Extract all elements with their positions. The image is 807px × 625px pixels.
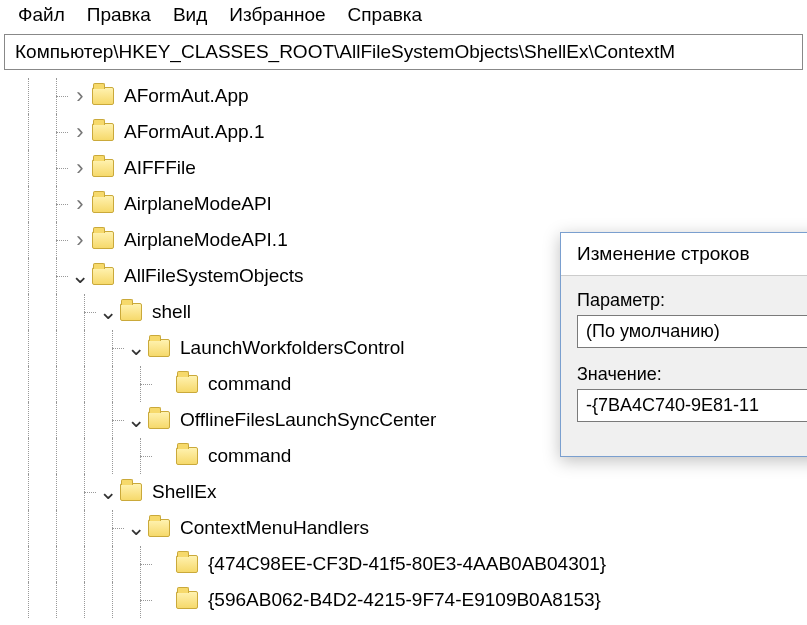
tree-label: AFormAut.App (124, 78, 249, 114)
folder-icon (176, 375, 198, 393)
folder-icon (176, 555, 198, 573)
tree-row[interactable]: ›AIFFFile (14, 150, 807, 186)
tree-label: ContextMenuHandlers (180, 510, 369, 546)
tree-row[interactable]: ›AirplaneModeAPI (14, 186, 807, 222)
tree-row[interactable]: ›AFormAut.App.1 (14, 114, 807, 150)
chevron-down-icon[interactable]: ⌄ (70, 271, 90, 281)
chevron-down-icon[interactable]: ⌄ (98, 487, 118, 497)
tree-label: LaunchWorkfoldersControl (180, 330, 405, 366)
folder-icon (92, 159, 114, 177)
chevron-right-icon[interactable]: › (70, 114, 90, 150)
menu-file[interactable]: Файл (18, 4, 65, 26)
tree-label: ShellEx (152, 474, 216, 510)
tree-label: shell (152, 294, 191, 330)
chevron-down-icon[interactable]: ⌄ (126, 415, 146, 425)
expander-blank: · (154, 366, 174, 402)
address-bar[interactable]: Компьютер\HKEY_CLASSES_ROOT\AllFileSyste… (4, 34, 803, 70)
tree-row[interactable]: ·{474C98EE-CF3D-41f5-80E3-4AAB0AB04301} (14, 546, 807, 582)
chevron-right-icon[interactable]: › (70, 150, 90, 186)
chevron-right-icon[interactable]: › (70, 78, 90, 114)
expander-blank: · (154, 582, 174, 618)
folder-icon (92, 231, 114, 249)
menu-favorites[interactable]: Избранное (229, 4, 325, 26)
expander-blank: · (154, 438, 174, 474)
tree-label: OfflineFilesLaunchSyncCenter (180, 402, 436, 438)
chevron-down-icon[interactable]: ⌄ (126, 343, 146, 353)
param-label: Параметр: (577, 290, 807, 311)
value-label: Значение: (577, 364, 807, 385)
menu-view[interactable]: Вид (173, 4, 207, 26)
folder-icon (148, 519, 170, 537)
folder-icon (92, 123, 114, 141)
menu-edit[interactable]: Правка (87, 4, 151, 26)
chevron-down-icon[interactable]: ⌄ (126, 523, 146, 533)
chevron-down-icon[interactable]: ⌄ (98, 307, 118, 317)
menu-bar: Файл Правка Вид Избранное Справка (0, 0, 807, 32)
param-input[interactable] (577, 315, 807, 348)
tree-label: AllFileSystemObjects (124, 258, 304, 294)
dialog-title: Изменение строков (561, 233, 807, 276)
tree-label: AIFFFile (124, 150, 196, 186)
chevron-right-icon[interactable]: › (70, 186, 90, 222)
folder-icon (176, 447, 198, 465)
folder-icon (92, 267, 114, 285)
expander-blank: · (154, 546, 174, 582)
chevron-right-icon[interactable]: › (70, 222, 90, 258)
value-input[interactable] (577, 389, 807, 422)
tree-row[interactable]: ·{596AB062-B4D2-4215-9F74-E9109B0A8153} (14, 582, 807, 618)
folder-icon (120, 483, 142, 501)
tree-label: command (208, 366, 291, 402)
tree-row[interactable]: ⌄ShellEx (14, 474, 807, 510)
folder-icon (92, 195, 114, 213)
tree-label: command (208, 438, 291, 474)
folder-icon (92, 87, 114, 105)
menu-help[interactable]: Справка (348, 4, 423, 26)
edit-string-dialog: Изменение строков Параметр: Значение: (560, 232, 807, 457)
tree-row[interactable]: ›AFormAut.App (14, 78, 807, 114)
tree-label: AirplaneModeAPI (124, 186, 272, 222)
tree-label: {596AB062-B4D2-4215-9F74-E9109B0A8153} (208, 582, 601, 618)
folder-icon (148, 411, 170, 429)
tree-row[interactable]: ⌄ContextMenuHandlers (14, 510, 807, 546)
folder-icon (148, 339, 170, 357)
tree-label: AirplaneModeAPI.1 (124, 222, 288, 258)
tree-label: AFormAut.App.1 (124, 114, 264, 150)
folder-icon (176, 591, 198, 609)
tree-label: {474C98EE-CF3D-41f5-80E3-4AAB0AB04301} (208, 546, 606, 582)
folder-icon (120, 303, 142, 321)
